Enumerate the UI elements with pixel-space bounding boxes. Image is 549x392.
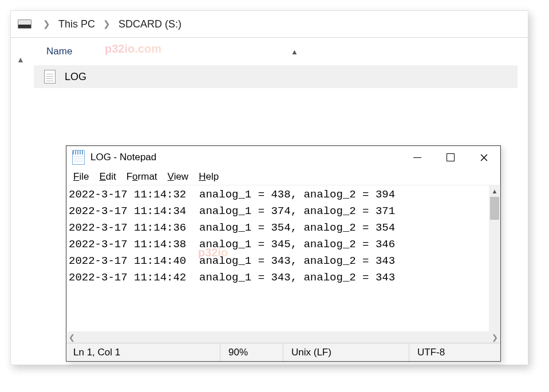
minimize-button[interactable] — [401, 146, 434, 169]
vertical-scrollbar[interactable]: ▲ — [489, 185, 500, 331]
scroll-thumb[interactable] — [490, 197, 499, 220]
menu-edit[interactable]: Edit — [99, 171, 116, 183]
menu-view[interactable]: View — [168, 171, 189, 183]
scroll-left-icon[interactable]: ❮ — [69, 333, 75, 342]
titlebar[interactable]: LOG - Notepad — [66, 146, 500, 169]
editor-client: 2022-3-17 11:14:32 analog_1 = 438, analo… — [66, 185, 500, 331]
column-headers: Name ▲ — [30, 38, 524, 65]
menu-help[interactable]: Help — [199, 171, 219, 183]
chevron-right-icon[interactable]: ❯ — [37, 19, 56, 29]
text-file-icon — [44, 70, 56, 84]
status-eol: Unix (LF) — [283, 343, 409, 361]
breadcrumb-item-sdcard[interactable]: SDCARD (S:) — [116, 17, 184, 31]
menu-format[interactable]: Format — [127, 171, 157, 183]
notepad-window[interactable]: LOG - Notepad File Edit Format View Help — [66, 145, 501, 362]
scroll-up-icon[interactable]: ▲ — [489, 185, 500, 197]
status-cursor: Ln 1, Col 1 — [66, 343, 220, 361]
nav-collapse-arrow[interactable]: ▲ — [11, 38, 30, 365]
breadcrumb-item-this-pc[interactable]: This PC — [56, 17, 97, 31]
explorer-window: ❯ This PC ❯ SDCARD (S:) ▲ p32io.com Name… — [10, 10, 528, 365]
file-row[interactable]: LOG — [34, 65, 518, 88]
scroll-right-icon[interactable]: ❯ — [492, 333, 498, 342]
sort-indicator-icon[interactable]: ▲ — [291, 47, 298, 56]
chevron-right-icon[interactable]: ❯ — [97, 19, 116, 29]
maximize-button[interactable] — [434, 146, 467, 169]
menu-file[interactable]: File — [73, 171, 89, 183]
status-encoding: UTF-8 — [409, 343, 500, 361]
notepad-icon — [72, 150, 85, 165]
status-zoom[interactable]: 90% — [220, 343, 283, 361]
editor-textarea[interactable]: 2022-3-17 11:14:32 analog_1 = 438, analo… — [66, 185, 489, 331]
horizontal-scrollbar[interactable]: ❮ ❯ — [66, 331, 500, 343]
file-name: LOG — [65, 71, 86, 83]
breadcrumb[interactable]: ❯ This PC ❯ SDCARD (S:) — [11, 11, 528, 37]
file-list-panel: p32io.com Name ▲ LOG LOG - Notepad — [30, 38, 528, 365]
close-button[interactable] — [467, 146, 500, 169]
column-header-name[interactable]: Name — [30, 46, 72, 57]
menubar: File Edit Format View Help — [66, 169, 500, 185]
drive-icon — [18, 19, 31, 29]
explorer-body: ▲ p32io.com Name ▲ LOG LOG - Notepad — [11, 38, 528, 365]
window-title: LOG - Notepad — [90, 152, 156, 163]
statusbar: Ln 1, Col 1 90% Unix (LF) UTF-8 — [66, 343, 500, 361]
